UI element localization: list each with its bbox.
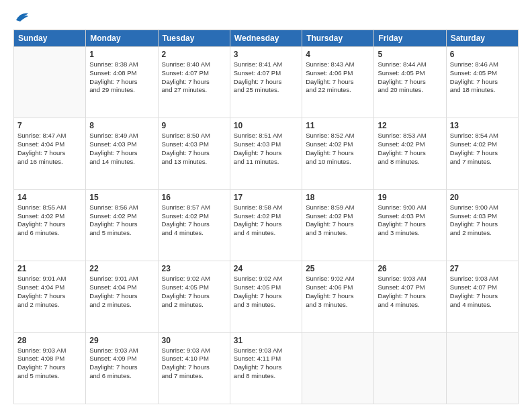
day-number: 19: [378, 193, 442, 202]
day-number: 1: [89, 50, 154, 59]
day-info: Sunrise: 9:02 AMSunset: 4:05 PMDaylight:…: [234, 275, 298, 309]
day-number: 7: [17, 121, 82, 130]
day-number: 13: [450, 121, 515, 130]
day-number: 2: [162, 50, 226, 59]
calendar-cell: 24Sunrise: 9:02 AMSunset: 4:05 PMDayligh…: [230, 261, 302, 332]
day-number: 8: [89, 121, 154, 130]
day-info: Sunrise: 9:03 AMSunset: 4:10 PMDaylight:…: [162, 347, 226, 381]
calendar-cell: 22Sunrise: 9:01 AMSunset: 4:04 PMDayligh…: [86, 261, 158, 332]
day-number: 21: [17, 264, 82, 273]
day-number: 20: [450, 193, 515, 202]
calendar-week-1: 7Sunrise: 8:47 AMSunset: 4:04 PMDaylight…: [14, 118, 519, 189]
calendar-header-row: SundayMondayTuesdayWednesdayThursdayFrid…: [14, 30, 519, 47]
header-sunday: Sunday: [14, 30, 86, 47]
calendar-cell: 23Sunrise: 9:02 AMSunset: 4:05 PMDayligh…: [158, 261, 230, 332]
day-number: 18: [306, 193, 370, 202]
day-number: 22: [89, 264, 154, 273]
day-number: 23: [162, 264, 226, 273]
day-info: Sunrise: 9:03 AMSunset: 4:07 PMDaylight:…: [378, 275, 442, 309]
calendar-cell: 7Sunrise: 8:47 AMSunset: 4:04 PMDaylight…: [14, 118, 86, 189]
calendar-cell: 13Sunrise: 8:54 AMSunset: 4:02 PMDayligh…: [446, 118, 518, 189]
day-number: 28: [17, 336, 82, 345]
day-info: Sunrise: 9:03 AMSunset: 4:08 PMDaylight:…: [17, 347, 82, 381]
day-info: Sunrise: 8:46 AMSunset: 4:05 PMDaylight:…: [450, 60, 515, 95]
header-thursday: Thursday: [302, 30, 374, 47]
header: [13, 11, 519, 23]
calendar-cell: 18Sunrise: 8:59 AMSunset: 4:02 PMDayligh…: [302, 189, 374, 261]
day-info: Sunrise: 8:50 AMSunset: 4:03 PMDaylight:…: [162, 132, 226, 166]
day-info: Sunrise: 8:49 AMSunset: 4:03 PMDaylight:…: [89, 132, 154, 166]
header-saturday: Saturday: [446, 30, 518, 47]
header-wednesday: Wednesday: [230, 30, 302, 47]
calendar-cell: 14Sunrise: 8:55 AMSunset: 4:02 PMDayligh…: [14, 189, 86, 261]
calendar-week-4: 28Sunrise: 9:03 AMSunset: 4:08 PMDayligh…: [14, 332, 519, 404]
day-info: Sunrise: 8:40 AMSunset: 4:07 PMDaylight:…: [162, 60, 226, 95]
header-monday: Monday: [86, 30, 158, 47]
calendar-cell: 25Sunrise: 9:02 AMSunset: 4:06 PMDayligh…: [302, 261, 374, 332]
day-info: Sunrise: 8:59 AMSunset: 4:02 PMDaylight:…: [306, 203, 370, 238]
day-info: Sunrise: 8:56 AMSunset: 4:02 PMDaylight:…: [89, 203, 154, 238]
calendar-cell: 2Sunrise: 8:40 AMSunset: 4:07 PMDaylight…: [158, 47, 230, 118]
calendar-cell: 17Sunrise: 8:58 AMSunset: 4:02 PMDayligh…: [230, 189, 302, 261]
calendar-cell: 10Sunrise: 8:51 AMSunset: 4:03 PMDayligh…: [230, 118, 302, 189]
day-number: 24: [234, 264, 298, 273]
calendar-cell: [446, 332, 518, 404]
day-info: Sunrise: 9:01 AMSunset: 4:04 PMDaylight:…: [17, 275, 82, 309]
day-info: Sunrise: 9:03 AMSunset: 4:11 PMDaylight:…: [234, 347, 298, 381]
day-info: Sunrise: 9:02 AMSunset: 4:05 PMDaylight:…: [162, 275, 226, 309]
day-info: Sunrise: 8:55 AMSunset: 4:02 PMDaylight:…: [17, 203, 82, 238]
day-info: Sunrise: 8:44 AMSunset: 4:05 PMDaylight:…: [378, 60, 442, 95]
day-number: 30: [162, 336, 226, 345]
day-number: 15: [89, 193, 154, 202]
calendar-week-2: 14Sunrise: 8:55 AMSunset: 4:02 PMDayligh…: [14, 189, 519, 261]
calendar-cell: 28Sunrise: 9:03 AMSunset: 4:08 PMDayligh…: [14, 332, 86, 404]
calendar-cell: 27Sunrise: 9:03 AMSunset: 4:07 PMDayligh…: [446, 261, 518, 332]
calendar-cell: 1Sunrise: 8:38 AMSunset: 4:08 PMDaylight…: [86, 47, 158, 118]
day-info: Sunrise: 8:53 AMSunset: 4:02 PMDaylight:…: [378, 132, 442, 166]
calendar-cell: 31Sunrise: 9:03 AMSunset: 4:11 PMDayligh…: [230, 332, 302, 404]
day-info: Sunrise: 8:58 AMSunset: 4:02 PMDaylight:…: [234, 203, 298, 238]
calendar-cell: 3Sunrise: 8:41 AMSunset: 4:07 PMDaylight…: [230, 47, 302, 118]
calendar-cell: 4Sunrise: 8:43 AMSunset: 4:06 PMDaylight…: [302, 47, 374, 118]
page: SundayMondayTuesdayWednesdayThursdayFrid…: [0, 0, 532, 411]
logo: [13, 11, 30, 23]
day-number: 17: [234, 193, 298, 202]
day-info: Sunrise: 8:43 AMSunset: 4:06 PMDaylight:…: [306, 60, 370, 95]
header-friday: Friday: [374, 30, 446, 47]
day-number: 14: [17, 193, 82, 202]
day-info: Sunrise: 8:38 AMSunset: 4:08 PMDaylight:…: [89, 60, 154, 95]
calendar-cell: 8Sunrise: 8:49 AMSunset: 4:03 PMDaylight…: [86, 118, 158, 189]
day-info: Sunrise: 9:00 AMSunset: 4:03 PMDaylight:…: [450, 203, 515, 238]
day-number: 16: [162, 193, 226, 202]
calendar-cell: [302, 332, 374, 404]
day-number: 4: [306, 50, 370, 59]
day-number: 11: [306, 121, 370, 130]
day-info: Sunrise: 9:01 AMSunset: 4:04 PMDaylight:…: [89, 275, 154, 309]
calendar-cell: [374, 332, 446, 404]
calendar-cell: 29Sunrise: 9:03 AMSunset: 4:09 PMDayligh…: [86, 332, 158, 404]
calendar-cell: 5Sunrise: 8:44 AMSunset: 4:05 PMDaylight…: [374, 47, 446, 118]
day-number: 10: [234, 121, 298, 130]
day-number: 6: [450, 50, 515, 59]
day-number: 27: [450, 264, 515, 273]
calendar-week-0: 1Sunrise: 8:38 AMSunset: 4:08 PMDaylight…: [14, 47, 519, 118]
calendar-cell: 19Sunrise: 9:00 AMSunset: 4:03 PMDayligh…: [374, 189, 446, 261]
day-info: Sunrise: 8:51 AMSunset: 4:03 PMDaylight:…: [234, 132, 298, 166]
calendar-cell: 11Sunrise: 8:52 AMSunset: 4:02 PMDayligh…: [302, 118, 374, 189]
calendar-cell: 9Sunrise: 8:50 AMSunset: 4:03 PMDaylight…: [158, 118, 230, 189]
day-number: 31: [234, 336, 298, 345]
header-tuesday: Tuesday: [158, 30, 230, 47]
calendar-cell: 26Sunrise: 9:03 AMSunset: 4:07 PMDayligh…: [374, 261, 446, 332]
day-info: Sunrise: 8:52 AMSunset: 4:02 PMDaylight:…: [306, 132, 370, 166]
day-number: 3: [234, 50, 298, 59]
calendar-cell: 30Sunrise: 9:03 AMSunset: 4:10 PMDayligh…: [158, 332, 230, 404]
day-info: Sunrise: 9:02 AMSunset: 4:06 PMDaylight:…: [306, 275, 370, 309]
day-info: Sunrise: 8:41 AMSunset: 4:07 PMDaylight:…: [234, 60, 298, 95]
day-number: 29: [89, 336, 154, 345]
day-number: 5: [378, 50, 442, 59]
day-info: Sunrise: 9:03 AMSunset: 4:07 PMDaylight:…: [450, 275, 515, 309]
day-number: 9: [162, 121, 226, 130]
calendar-cell: 20Sunrise: 9:00 AMSunset: 4:03 PMDayligh…: [446, 189, 518, 261]
day-info: Sunrise: 8:54 AMSunset: 4:02 PMDaylight:…: [450, 132, 515, 166]
calendar-cell: 6Sunrise: 8:46 AMSunset: 4:05 PMDaylight…: [446, 47, 518, 118]
